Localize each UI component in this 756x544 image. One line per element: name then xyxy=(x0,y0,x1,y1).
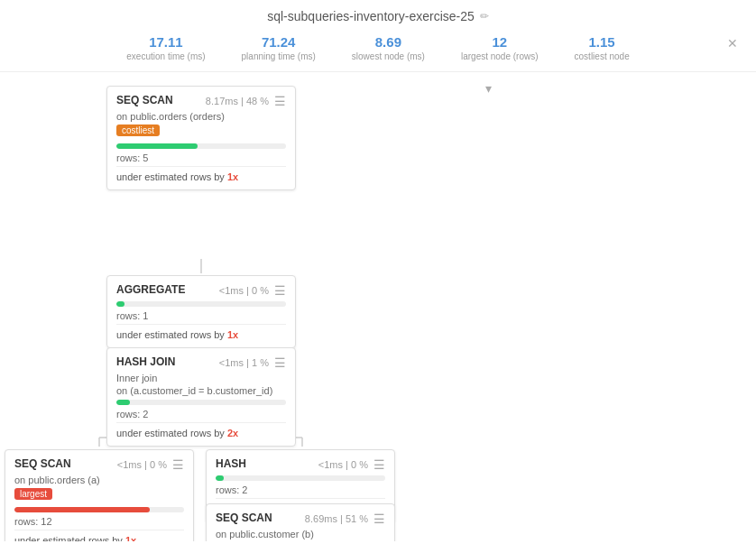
node-title: SEQ SCAN xyxy=(116,94,173,106)
hash-timing: <1ms | 0 % xyxy=(318,459,368,470)
seqscana-timing: <1ms | 0 % xyxy=(117,459,167,470)
progress-bar-fill xyxy=(116,143,198,149)
stat-planning-value: 71.24 xyxy=(242,34,316,50)
node-hash-join: HASH JOIN <1ms | 1 % ☰ Inner join on (a.… xyxy=(106,347,296,447)
stat-costliest-value: 1.15 xyxy=(575,34,630,50)
node-seq-scan-b: SEQ SCAN 8.69ms | 51 % ☰ on public.custo… xyxy=(206,503,395,541)
hash-title: HASH xyxy=(216,457,246,470)
aggregate-estimate: under estimated rows by 1x xyxy=(116,324,286,340)
aggregate-progress-fill xyxy=(116,301,124,307)
list-icon-hashjoin[interactable]: ☰ xyxy=(274,355,286,370)
seqscana-subtitle: on public.orders (a) xyxy=(14,475,184,485)
hash-progress-wrap xyxy=(216,475,385,481)
hashjoin-estimate: under estimated rows by 2x xyxy=(116,422,286,438)
stat-execution-time: 17.11 execution time (ms) xyxy=(126,34,205,62)
stat-slowest-node: 8.69 slowest node (ms) xyxy=(352,34,425,62)
hashjoin-title: HASH JOIN xyxy=(116,355,175,368)
progress-bar-wrap xyxy=(116,143,286,149)
node-header: SEQ SCAN 8.17ms | 48 % ☰ xyxy=(116,94,286,108)
stat-planning-time: 71.24 planning time (ms) xyxy=(242,34,316,62)
node-seq-scan-orders: SEQ SCAN 8.17ms | 48 % ☰ on public.order… xyxy=(106,86,296,190)
node-estimate: under estimated rows by 1x xyxy=(116,166,286,182)
node-aggregate: AGGREGATE <1ms | 0 % ☰ rows: 1 under est… xyxy=(106,275,296,348)
seqscana-progress-fill xyxy=(14,507,150,512)
node-subtitle: on public.orders (orders) xyxy=(116,111,286,122)
seqscana-title: SEQ SCAN xyxy=(14,457,71,470)
canvas: ▾ SEQ SCAN 8.17ms | 48 % ☰ on public.ord… xyxy=(0,81,756,541)
aggregate-title: AGGREGATE xyxy=(116,283,185,296)
header: sql-subqueries-inventory-exercise-25 ✏ xyxy=(0,0,756,29)
costliest-badge: costliest xyxy=(116,124,160,136)
stat-largest-node: 12 largest node (rows) xyxy=(461,34,539,62)
node-header-seqscanb: SEQ SCAN 8.69ms | 51 % ☰ xyxy=(216,512,385,526)
seqscana-rows: rows: 12 xyxy=(14,516,184,527)
hashjoin-progress-fill xyxy=(116,400,130,405)
seqscana-progress-wrap xyxy=(14,507,184,512)
stat-slowest-label: slowest node (ms) xyxy=(352,51,425,61)
seqscanb-timing: 8.69ms | 51 % xyxy=(305,513,368,524)
page-title: sql-subqueries-inventory-exercise-25 xyxy=(267,9,475,23)
hashjoin-rows: rows: 2 xyxy=(116,409,286,420)
close-button[interactable]: ✕ xyxy=(727,36,738,51)
node-header-hash: HASH <1ms | 0 % ☰ xyxy=(216,457,385,472)
aggregate-progress-wrap xyxy=(116,301,286,307)
list-icon-seqscanb[interactable]: ☰ xyxy=(373,512,385,526)
seqscanb-subtitle: on public.customer (b) xyxy=(216,529,385,539)
seqscana-estimate: under estimated rows by 1x xyxy=(14,530,184,541)
stat-execution-value: 17.11 xyxy=(126,34,205,50)
hashjoin-progress-wrap xyxy=(116,400,286,405)
list-icon-aggregate[interactable]: ☰ xyxy=(274,283,286,298)
stats-bar: 17.11 execution time (ms) 71.24 planning… xyxy=(0,29,756,72)
node-header-aggregate: AGGREGATE <1ms | 0 % ☰ xyxy=(116,283,286,298)
hash-progress-fill xyxy=(216,475,224,481)
hashjoin-subtitle: Inner join xyxy=(116,373,286,383)
stat-costliest-label: costliest node xyxy=(575,51,630,61)
stat-execution-label: execution time (ms) xyxy=(126,51,205,61)
seqscanb-title: SEQ SCAN xyxy=(216,512,272,524)
aggregate-timing: <1ms | 0 % xyxy=(219,285,269,296)
hash-rows: rows: 2 xyxy=(216,484,385,495)
stat-slowest-value: 8.69 xyxy=(352,34,425,50)
hashjoin-subtitle2: on (a.customer_id = b.customer_id) xyxy=(116,385,286,396)
node-header-seqscana: SEQ SCAN <1ms | 0 % ☰ xyxy=(14,457,184,472)
hashjoin-timing: <1ms | 1 % xyxy=(219,357,269,368)
chevron-down-icon: ▾ xyxy=(485,81,492,96)
aggregate-rows: rows: 1 xyxy=(116,310,286,321)
largest-badge: largest xyxy=(14,488,52,500)
node-seq-scan-a: SEQ SCAN <1ms | 0 % ☰ on public.orders (… xyxy=(5,449,194,541)
node-timing: 8.17ms | 48 % xyxy=(206,96,269,106)
edit-icon[interactable]: ✏ xyxy=(480,10,489,23)
list-icon-seqscana[interactable]: ☰ xyxy=(172,457,184,472)
stat-largest-value: 12 xyxy=(461,34,539,50)
node-rows: rows: 5 xyxy=(116,152,286,163)
stat-costliest-node: 1.15 costliest node xyxy=(575,34,630,62)
stat-planning-label: planning time (ms) xyxy=(242,51,316,61)
header-title: sql-subqueries-inventory-exercise-25 ✏ xyxy=(267,9,489,23)
node-header-hashjoin: HASH JOIN <1ms | 1 % ☰ xyxy=(116,355,286,370)
stat-largest-label: largest node (rows) xyxy=(461,51,539,61)
list-icon[interactable]: ☰ xyxy=(274,94,286,108)
list-icon-hash[interactable]: ☰ xyxy=(373,457,385,472)
